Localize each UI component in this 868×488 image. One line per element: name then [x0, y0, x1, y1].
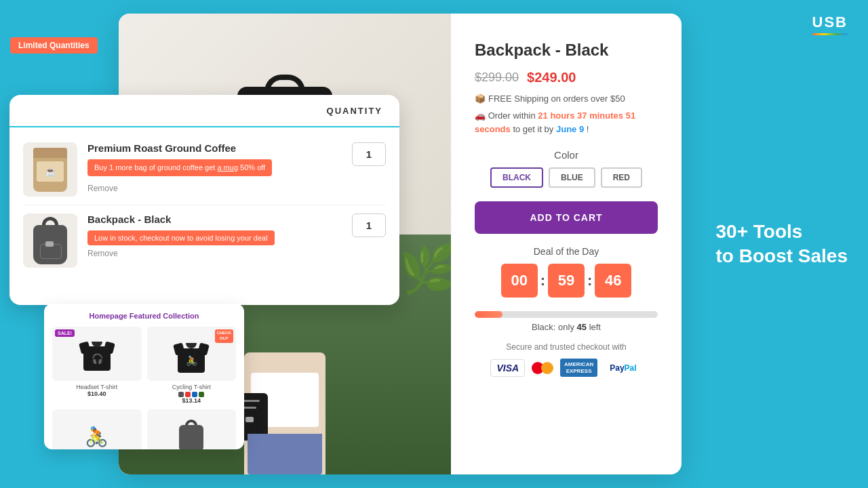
- featured-grid: SALE! 🎧 Headset T-shirt $10.40 CHECKOUT: [52, 327, 236, 449]
- sale-price: $249.00: [527, 70, 576, 85]
- cart-items-list: ☕ Premium Roast Ground Coffee Buy 1 more…: [9, 127, 399, 283]
- bag-clasp-sm: [245, 417, 254, 422]
- promo-link[interactable]: a mug: [217, 163, 238, 171]
- mastercard-icon: [532, 361, 553, 375]
- featured-item-cycling-2[interactable]: 🚴 Cycling T-shirt $13.14: [52, 409, 142, 449]
- color-blue-btn[interactable]: BLUE: [549, 167, 595, 188]
- featured-item-cycling-name: Cycling T-shirt: [147, 384, 237, 390]
- featured-item-backpack-img: [147, 409, 237, 449]
- amex-icon: AMERICANEXPRESS: [560, 359, 597, 377]
- secure-checkout-label: Secure and trusted checkout with: [475, 342, 658, 352]
- boost-tagline: 30+ Toolsto Boost Sales: [716, 220, 848, 269]
- featured-item-headset[interactable]: SALE! 🎧 Headset T-shirt $10.40: [52, 327, 142, 404]
- swatch-red: [185, 392, 191, 397]
- countdown-timer: 00 : 59 : 46: [475, 264, 658, 298]
- coffee-bag-top: [33, 148, 67, 158]
- cart-item-coffee-img: ☕: [23, 142, 77, 197]
- countdown-seconds: 46: [595, 264, 631, 298]
- sale-badge-headset: SALE!: [55, 329, 75, 337]
- cart-item-warning-badge: Low in stock, checkout now to avoid losi…: [87, 230, 275, 245]
- cart-item-backpack-name: Backpack - Black: [87, 214, 342, 225]
- countdown-minutes: 59: [548, 264, 585, 298]
- cart-item-promo-badge: Buy 1 more bag of ground coffee get a mu…: [87, 159, 272, 176]
- color-options: BLACK BLUE RED: [475, 167, 658, 188]
- order-urgency-info: 🚗 Order within 21 hours 37 minutes 51 se…: [475, 109, 658, 136]
- payment-icons: VISA AMERICANEXPRESS PayPal: [475, 359, 658, 377]
- cart-item-coffee-remove[interactable]: Remove: [87, 184, 342, 193]
- limited-quantities-badge: Limited Quantities: [10, 37, 98, 54]
- foliage-decoration: 🌿: [399, 241, 451, 297]
- product-details-panel: Backpack - Black $299.00 $249.00 📦FREE S…: [451, 14, 682, 474]
- swatch-dark: [178, 392, 184, 397]
- swatch-blue: [192, 392, 197, 397]
- cart-header: QUANTITY: [9, 95, 399, 127]
- cycling-body: 🚴: [178, 348, 205, 373]
- backpack-small-shape: [32, 217, 69, 264]
- stock-count: 45: [577, 322, 587, 332]
- cart-item-backpack-info: Backpack - Black Low in stock, checkout …: [87, 214, 342, 258]
- logo-underline: [812, 33, 848, 35]
- jeans: [248, 434, 322, 474]
- usb-logo: USB: [812, 14, 848, 35]
- cart-item-coffee-qty: 1: [352, 142, 386, 166]
- cycling-icon: 🚴: [186, 355, 197, 366]
- featured-item-cycling-img: CHECKOUT 🚴: [147, 327, 237, 381]
- coffee-bag-shape: ☕: [33, 148, 67, 192]
- bag-detail-2: [243, 407, 256, 409]
- featured-item-headset-name: Headset T-shirt: [52, 384, 142, 390]
- countdown-hours: 00: [501, 264, 538, 298]
- cart-item-coffee-name: Premium Roast Ground Coffee: [87, 142, 342, 154]
- cycling-color-swatches: [147, 392, 237, 397]
- add-to-cart-button[interactable]: ADD TO CART: [475, 201, 658, 234]
- visa-icon: VISA: [490, 359, 525, 377]
- cycling-tshirt-shape: 🚴: [174, 336, 208, 373]
- product-title: Backpack - Black: [475, 41, 658, 60]
- coffee-bag-label: ☕: [37, 161, 64, 182]
- shipping-info: 📦FREE Shipping on orders over $50: [475, 94, 658, 104]
- featured-item-headset-price: $10.40: [52, 390, 142, 397]
- feat-backpack-shape: [178, 420, 205, 449]
- stock-bar: [475, 311, 658, 318]
- original-price: $299.00: [475, 70, 519, 85]
- brand-name: USB: [812, 14, 848, 30]
- coffee-icon: ☕: [45, 166, 56, 177]
- feat-bp-body: [179, 425, 203, 449]
- featured-card: Homepage Featured Collection SALE! 🎧 Hea…: [44, 304, 244, 449]
- bp-body: [33, 225, 67, 264]
- bp-clasp: [45, 241, 54, 247]
- cart-card: QUANTITY ☕ Premium Roast Ground Coffee B…: [9, 95, 399, 305]
- countdown-sep-2: :: [587, 272, 592, 289]
- cart-item-coffee-info: Premium Roast Ground Coffee Buy 1 more b…: [87, 142, 342, 193]
- featured-item-backpack-feat[interactable]: Backpack - Black $149: [147, 409, 237, 449]
- cart-item-backpack-remove[interactable]: Remove: [87, 249, 342, 258]
- swatch-green: [199, 392, 204, 397]
- color-label: Color: [475, 149, 658, 161]
- tshirt-headset-shape: 🎧: [80, 337, 114, 371]
- stock-bar-fill: [475, 311, 502, 318]
- stock-text: Black: only 45 left: [475, 322, 658, 332]
- color-black-btn[interactable]: BLACK: [490, 167, 543, 188]
- cycling-emoji: 🚴: [85, 426, 108, 448]
- featured-item-headset-img: SALE! 🎧: [52, 327, 142, 381]
- featured-item-cycling[interactable]: CHECKOUT 🚴 Cycling T-shirt $13.14: [147, 327, 237, 404]
- tshirt-body: 🎧: [83, 346, 111, 371]
- deal-of-day-label: Deal of the Day: [475, 246, 658, 257]
- checkout-badge: CHECKOUT: [215, 329, 233, 343]
- cart-item: ☕ Premium Roast Ground Coffee Buy 1 more…: [23, 134, 386, 205]
- cart-item-backpack: Backpack - Black Low in stock, checkout …: [23, 205, 386, 276]
- person-body: [244, 352, 326, 474]
- mc-right: [541, 362, 553, 374]
- featured-item-cycling2-img: 🚴: [52, 409, 142, 449]
- cart-item-backpack-img: [23, 214, 77, 268]
- cart-title: QUANTITY: [327, 106, 382, 116]
- stock-bar-container: Black: only 45 left: [475, 311, 658, 332]
- delivery-date: June 9: [556, 124, 584, 134]
- cycling-collar: [186, 343, 197, 348]
- tshirt-design-icon: 🎧: [92, 353, 103, 364]
- countdown-sep-1: :: [540, 272, 545, 289]
- featured-title: Homepage Featured Collection: [52, 312, 236, 320]
- cart-item-backpack-qty: 1: [352, 214, 386, 237]
- color-red-btn[interactable]: RED: [601, 167, 642, 188]
- featured-item-cycling-price: $13.14: [147, 397, 237, 404]
- paypal-icon: PayPal: [604, 361, 642, 375]
